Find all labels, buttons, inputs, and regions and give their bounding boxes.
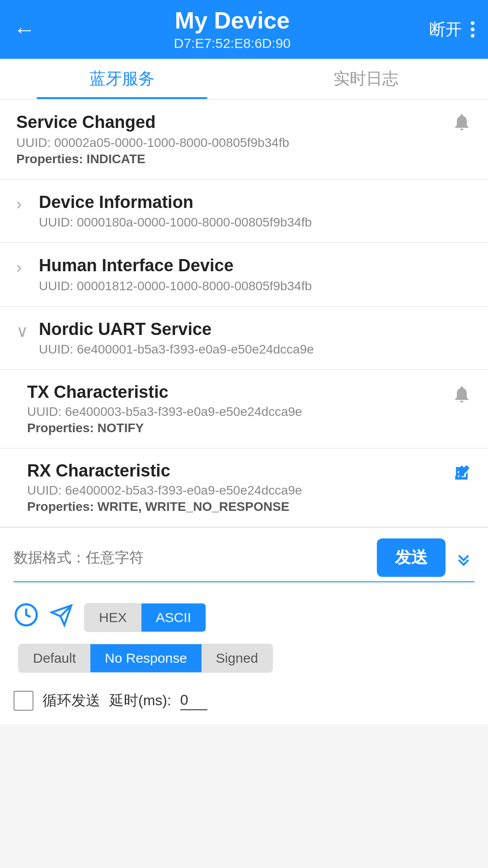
response-group: Default No Response Signed <box>18 644 273 673</box>
service-changed-name: Service Changed <box>16 112 449 133</box>
service-changed-uuid: UUID: 00002a05-0000-1000-8000-00805f9b34… <box>16 136 449 150</box>
tx-char-item[interactable]: TX Characteristic UUID: 6e400003-b5a3-f3… <box>0 370 488 448</box>
expand-button[interactable] <box>453 547 474 569</box>
device-info-item[interactable]: › Device Information UUID: 0000180a-0000… <box>0 179 488 243</box>
rx-char-uuid: UUID: 6e400002-b5a3-f393-e0a9-e50e24dcca… <box>27 483 449 498</box>
tab-bar: 蓝牙服务 实时日志 <box>0 59 488 99</box>
service-list: Service Changed UUID: 00002a05-0000-1000… <box>0 99 488 527</box>
header: ← My Device D7:E7:52:E8:6D:90 断开 <box>0 0 488 59</box>
header-title-block: My Device D7:E7:52:E8:6D:90 <box>35 8 429 51</box>
tx-char-props: Properties: NOTIFY <box>27 421 449 435</box>
bottom-toolbar: HEX ASCII Default No Response Signed <box>0 591 488 682</box>
loop-row: 循环发送 延时(ms): 0 <box>0 682 488 724</box>
human-interface-item[interactable]: › Human Interface Device UUID: 00001812-… <box>0 243 488 307</box>
response-default-button[interactable]: Default <box>19 644 90 672</box>
device-info-uuid: UUID: 0000180a-0000-1000-8000-00805f9b34… <box>39 215 472 230</box>
send-area: 发送 <box>0 527 488 591</box>
service-changed-notify-icon[interactable] <box>449 112 472 136</box>
format-ascii-button[interactable]: ASCII <box>141 604 206 632</box>
nordic-uart-name: Nordic UART Service <box>39 319 472 340</box>
human-interface-name: Human Interface Device <box>39 255 472 276</box>
chevron-right-icon-2: › <box>16 258 30 277</box>
header-actions: 断开 <box>429 19 474 41</box>
dot-3 <box>471 34 474 38</box>
page-title: My Device <box>35 8 429 33</box>
service-changed-props: Properties: INDICATE <box>16 152 449 166</box>
chevron-down-icon: ∨ <box>16 322 30 341</box>
format-hex-button[interactable]: HEX <box>84 604 141 632</box>
more-menu-button[interactable] <box>471 21 474 38</box>
response-signed-button[interactable]: Signed <box>202 644 272 672</box>
nordic-uart-item[interactable]: ∨ Nordic UART Service UUID: 6e400001-b5a… <box>0 307 488 370</box>
response-noresponse-button[interactable]: No Response <box>90 644 202 672</box>
send-row: 发送 <box>14 538 474 582</box>
human-interface-uuid: UUID: 00001812-0000-1000-8000-00805f9b34… <box>39 279 472 293</box>
loop-checkbox[interactable] <box>14 691 33 711</box>
rx-char-write-icon[interactable] <box>449 463 472 487</box>
rx-char-props: Properties: WRITE, WRITE_NO_RESPONSE <box>27 500 449 514</box>
chevron-right-icon: › <box>16 195 30 214</box>
device-info-name: Device Information <box>39 192 472 213</box>
send-input[interactable] <box>14 545 370 571</box>
loop-label: 循环发送 <box>42 691 100 711</box>
send-icon[interactable] <box>50 604 73 632</box>
device-address: D7:E7:52:E8:6D:90 <box>35 36 429 51</box>
service-changed-item[interactable]: Service Changed UUID: 00002a05-0000-1000… <box>0 99 488 179</box>
loop-delay-input[interactable]: 0 <box>180 692 207 710</box>
back-button[interactable]: ← <box>14 17 35 42</box>
tx-char-name: TX Characteristic <box>27 382 449 402</box>
send-button[interactable]: 发送 <box>377 538 446 577</box>
rx-char-item[interactable]: RX Characteristic UUID: 6e400002-b5a3-f3… <box>0 448 488 527</box>
clock-icon[interactable] <box>14 602 39 633</box>
tx-char-uuid: UUID: 6e400003-b5a3-f393-e0a9-e50e24dcca… <box>27 405 449 419</box>
tx-char-notify-icon[interactable] <box>449 384 472 408</box>
tab-bluetooth[interactable]: 蓝牙服务 <box>0 59 244 99</box>
nordic-uart-uuid: UUID: 6e400001-b5a3-f393-e0a9-e50e24dcca… <box>39 342 472 357</box>
dot-1 <box>471 21 474 25</box>
format-group: HEX ASCII <box>84 603 206 632</box>
tab-log[interactable]: 实时日志 <box>244 59 488 99</box>
rx-char-name: RX Characteristic <box>27 461 449 481</box>
loop-delay-label: 延时(ms): <box>109 691 171 711</box>
dot-2 <box>471 28 474 31</box>
disconnect-button[interactable]: 断开 <box>429 19 462 41</box>
